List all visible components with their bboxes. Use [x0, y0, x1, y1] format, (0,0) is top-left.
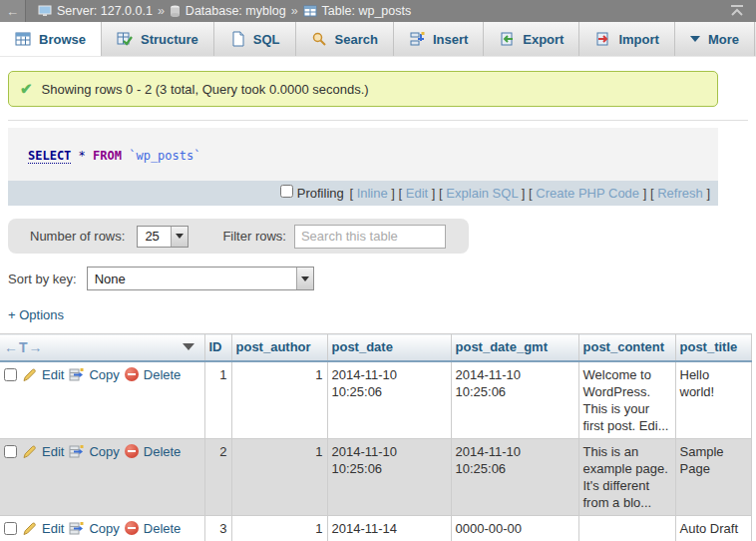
- cell-post-title: Auto Draft: [675, 515, 751, 541]
- tab-search[interactable]: Search: [296, 22, 394, 56]
- cell-id: 1: [204, 361, 231, 439]
- header-post-content[interactable]: post_content: [578, 334, 675, 361]
- tab-insert[interactable]: Insert: [394, 22, 484, 56]
- bracket: ]: [522, 186, 526, 201]
- select-arrow-icon: [171, 227, 188, 247]
- cell-post-title: Hello world!: [675, 361, 751, 439]
- delete-icon: [125, 367, 139, 381]
- header-options-icon[interactable]: [183, 343, 194, 350]
- results-table: ←T→ ID post_author post_date post_date_g…: [0, 333, 752, 541]
- bracket: ]: [391, 186, 395, 201]
- header-post-author[interactable]: post_author: [231, 334, 327, 361]
- edit-link[interactable]: Edit: [406, 186, 428, 201]
- tab-structure[interactable]: Structure: [102, 22, 214, 56]
- tab-insert-label: Insert: [433, 32, 468, 47]
- edit-action[interactable]: Edit: [42, 366, 64, 383]
- delete-action[interactable]: Delete: [144, 443, 182, 460]
- number-of-rows-select[interactable]: 25: [137, 226, 189, 248]
- chevron-down-icon: [690, 36, 700, 42]
- header-post-title[interactable]: post_title: [675, 334, 751, 361]
- rows-filter-panel: Number of rows: 25 Filter rows:: [8, 219, 469, 254]
- cell-post-date: 2014-11-10 10:25:06: [327, 438, 451, 515]
- copy-action[interactable]: Copy: [89, 443, 119, 460]
- copy-action[interactable]: Copy: [89, 520, 119, 537]
- edit-action[interactable]: Edit: [42, 443, 64, 460]
- create-php-code-link[interactable]: Create PHP Code: [536, 186, 639, 201]
- tab-sql-label: SQL: [253, 32, 280, 47]
- structure-icon: [117, 31, 133, 47]
- number-of-rows-label: Number of rows:: [30, 229, 125, 244]
- header-post-date[interactable]: post_date: [327, 334, 451, 361]
- filter-rows-input[interactable]: [294, 225, 446, 249]
- tab-browse[interactable]: Browse: [0, 22, 102, 56]
- explain-sql-link[interactable]: Explain SQL: [446, 186, 518, 201]
- table-header-row: ←T→ ID post_author post_date post_date_g…: [0, 334, 751, 361]
- tab-export-label: Export: [523, 32, 564, 47]
- breadcrumb-separator: »: [291, 4, 298, 18]
- bracket: [: [349, 186, 353, 201]
- bracket: [: [529, 186, 533, 201]
- tab-import-label: Import: [618, 32, 658, 47]
- database-icon: [170, 5, 181, 18]
- options-toggle-link[interactable]: + Options: [8, 307, 756, 322]
- delete-action[interactable]: Delete: [144, 520, 182, 537]
- cell-post-content: [578, 515, 675, 541]
- sql-keyword-select[interactable]: SELECT: [28, 149, 71, 164]
- edit-action[interactable]: Edit: [42, 520, 64, 537]
- copy-action[interactable]: Copy: [89, 366, 119, 383]
- tab-more[interactable]: More: [675, 22, 755, 56]
- collapse-icon: [730, 4, 744, 16]
- bracket: ]: [706, 186, 710, 201]
- filter-rows-label: Filter rows:: [222, 229, 286, 244]
- section-divider: [8, 120, 748, 121]
- sql-query-box: SELECT * FROM `wp_posts`: [8, 128, 718, 181]
- cell-post-date: 2014-11-14 06:33:38: [327, 515, 451, 541]
- cell-post-author: 1: [231, 515, 327, 541]
- row-checkbox[interactable]: [4, 368, 17, 381]
- number-of-rows-value: 25: [138, 227, 171, 247]
- cell-post-date-gmt: 0000-00-00 00:00:00: [451, 515, 578, 541]
- sort-by-key-value: None: [88, 268, 296, 289]
- breadcrumb-table[interactable]: Table: wp_posts: [303, 4, 412, 18]
- collapse-panel-button[interactable]: [730, 4, 744, 19]
- header-id[interactable]: ID: [204, 334, 231, 361]
- row-checkbox[interactable]: [4, 522, 17, 535]
- copy-icon: [69, 444, 84, 459]
- breadcrumb-server[interactable]: Server: 127.0.0.1: [38, 4, 153, 18]
- breadcrumb: Server: 127.0.0.1 » Database: myblog » T…: [38, 4, 411, 18]
- sort-by-key-label: Sort by key:: [8, 271, 77, 286]
- sql-star: *: [79, 149, 86, 163]
- inline-link[interactable]: Inline: [357, 186, 388, 201]
- tab-import[interactable]: Import: [579, 22, 674, 56]
- search-icon: [311, 31, 327, 47]
- row-checkbox[interactable]: [4, 445, 17, 458]
- delete-action[interactable]: Delete: [144, 366, 182, 383]
- cell-post-date: 2014-11-10 10:25:06: [327, 361, 451, 439]
- tab-search-label: Search: [335, 32, 378, 47]
- cell-post-author: 1: [231, 361, 327, 439]
- tab-structure-label: Structure: [141, 32, 198, 47]
- back-button[interactable]: ←: [0, 0, 26, 22]
- server-icon: [38, 5, 52, 17]
- pencil-icon: [22, 444, 37, 459]
- breadcrumb-table-label: Table: wp_posts: [322, 4, 412, 18]
- refresh-link[interactable]: Refresh: [657, 186, 703, 201]
- breadcrumb-database[interactable]: Database: myblog: [170, 4, 286, 18]
- cell-post-date-gmt: 2014-11-10 10:25:06: [451, 361, 578, 439]
- breadcrumb-database-label: Database: myblog: [186, 4, 286, 18]
- cell-id: 3: [204, 515, 231, 541]
- column-reorder-icon[interactable]: ←T→: [4, 339, 44, 355]
- tab-export[interactable]: Export: [484, 22, 579, 56]
- profiling-label: Profiling: [297, 186, 344, 201]
- status-message: ✔ Showing rows 0 - 2 (3 total, Query too…: [8, 71, 718, 107]
- tab-sql[interactable]: SQL: [214, 22, 296, 56]
- profiling-checkbox[interactable]: [280, 185, 293, 198]
- header-post-date-gmt[interactable]: post_date_gmt: [451, 334, 578, 361]
- table-row: Edit Copy Delete 3 1 2014-11-14 06:33:38…: [0, 515, 751, 541]
- sort-by-key-select[interactable]: None: [87, 267, 314, 290]
- tab-bar: Browse Structure SQL Search Insert Expor…: [0, 22, 756, 57]
- cell-id: 2: [204, 438, 231, 515]
- sql-icon: [229, 31, 245, 47]
- export-icon: [499, 31, 515, 47]
- cell-post-author: 1: [231, 438, 327, 515]
